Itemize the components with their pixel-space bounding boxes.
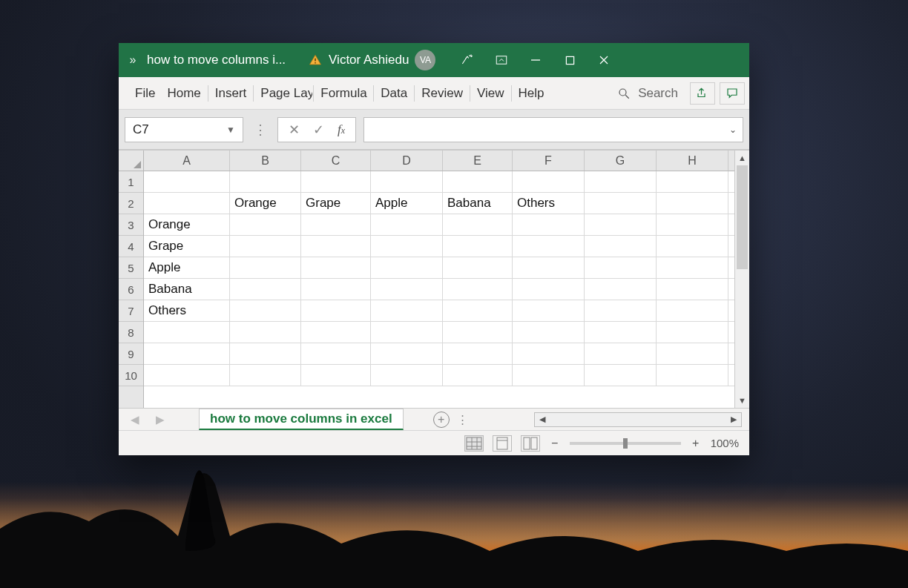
expand-formula-bar-icon[interactable]: ⌄ [729,125,737,135]
ribbon-tab-formulas[interactable]: Formula [315,77,372,109]
cell[interactable]: Grape [301,193,371,214]
cell[interactable] [230,322,301,343]
cell[interactable] [371,300,443,321]
cell[interactable] [230,214,301,235]
column-header[interactable]: D [371,151,443,171]
cell[interactable] [230,279,301,300]
cell[interactable] [657,322,728,343]
cell[interactable] [513,236,585,257]
name-box[interactable]: C7 ▼ [125,117,243,142]
cell[interactable] [585,279,657,300]
quick-access-more-icon[interactable]: » [119,53,147,67]
cell[interactable] [230,343,301,364]
cell[interactable] [301,322,371,343]
scroll-down-icon[interactable]: ▼ [735,393,749,408]
cell[interactable] [371,365,443,386]
cell[interactable] [371,214,443,235]
row-header[interactable]: 8 [119,322,143,343]
cell[interactable]: Orange [144,214,230,235]
cell[interactable] [230,300,301,321]
cell[interactable] [443,236,513,257]
cell[interactable] [443,300,513,321]
cell[interactable] [513,214,585,235]
scroll-thumb[interactable] [737,165,748,269]
sheet-tabs-more-icon[interactable]: ⋮ [457,413,468,426]
cell[interactable] [585,171,657,192]
tell-me-search[interactable]: Search [610,86,685,101]
cell[interactable] [301,365,371,386]
cell[interactable] [301,214,371,235]
minimize-button[interactable] [519,43,553,77]
zoom-level[interactable]: 100% [711,437,739,449]
view-page-layout-button[interactable] [493,435,512,452]
formula-bar-more-icon[interactable]: ⋮ [251,122,270,138]
zoom-slider[interactable] [570,442,681,445]
cell[interactable] [657,343,728,364]
insert-function-icon[interactable]: fx [338,122,345,137]
ribbon-display-icon[interactable] [484,43,519,77]
cell[interactable] [657,365,728,386]
ribbon-tab-insert[interactable]: Insert [209,77,253,109]
zoom-out-button[interactable]: − [549,437,561,450]
cell[interactable] [585,214,657,235]
cell[interactable] [443,365,513,386]
cell[interactable] [657,300,728,321]
cell[interactable] [513,279,585,300]
cell[interactable] [513,365,585,386]
cell[interactable] [657,236,728,257]
cell[interactable]: Apple [371,193,443,214]
row-header[interactable]: 4 [119,236,143,257]
sheet-nav-next-icon[interactable]: ▶ [151,413,169,426]
ribbon-tab-data[interactable]: Data [375,77,413,109]
cell[interactable] [371,171,443,192]
cell[interactable] [657,193,728,214]
cell[interactable]: Apple [144,257,230,278]
cell[interactable] [443,343,513,364]
zoom-knob[interactable] [623,438,628,449]
column-header[interactable]: G [585,151,657,171]
cell[interactable] [144,365,230,386]
select-all-corner[interactable] [119,151,143,171]
scroll-left-icon[interactable]: ◀ [535,414,550,424]
comments-button[interactable] [720,82,745,105]
warning-icon[interactable] [308,53,323,67]
cell[interactable] [301,279,371,300]
ribbon-tab-home[interactable]: Home [161,77,206,109]
cell[interactable]: Babana [144,279,230,300]
row-header[interactable]: 10 [119,365,143,386]
column-header[interactable]: F [513,151,585,171]
cells-grid[interactable]: ABCDEFGH OrangeGrapeAppleBabanaOthersOra… [144,151,734,408]
new-sheet-button[interactable]: + [433,412,450,428]
cell[interactable] [230,257,301,278]
cell[interactable] [371,322,443,343]
view-normal-button[interactable] [464,435,484,452]
row-header[interactable]: 1 [119,171,143,193]
close-button[interactable] [587,43,621,77]
cell[interactable] [585,193,657,214]
cell[interactable] [443,257,513,278]
cell[interactable] [657,279,728,300]
cell[interactable] [657,214,728,235]
row-header[interactable]: 2 [119,193,143,214]
ribbon-tab-review[interactable]: Review [415,77,469,109]
cell[interactable] [443,279,513,300]
cell[interactable]: Babana [443,193,513,214]
cell[interactable] [144,193,230,214]
cell[interactable] [144,343,230,364]
cell[interactable] [443,214,513,235]
horizontal-scrollbar[interactable]: ◀ ▶ [534,412,742,427]
cell[interactable]: Others [513,193,585,214]
scroll-up-icon[interactable]: ▲ [735,151,749,165]
avatar[interactable]: VA [415,50,435,70]
cell[interactable] [144,171,230,192]
cell[interactable] [657,171,728,192]
scroll-right-icon[interactable]: ▶ [726,414,741,424]
cell[interactable] [513,343,585,364]
cell[interactable]: Orange [230,193,301,214]
column-header[interactable]: B [230,151,301,171]
vertical-scrollbar[interactable]: ▲ ▼ [734,151,749,408]
cell[interactable] [230,365,301,386]
cell[interactable] [443,171,513,192]
share-button[interactable] [690,82,715,105]
row-header[interactable]: 6 [119,279,143,300]
